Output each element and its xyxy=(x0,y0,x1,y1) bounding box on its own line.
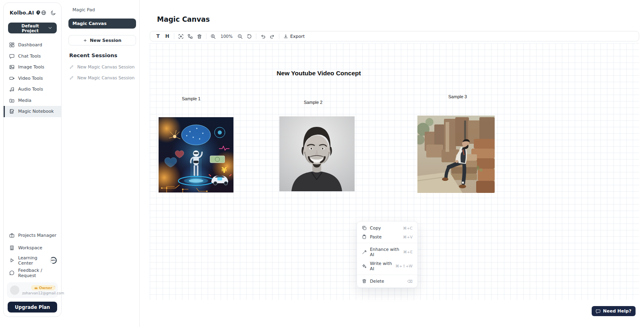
reset-view-button[interactable] xyxy=(245,32,254,40)
menu-item-delete[interactable]: Delete ⌫ xyxy=(357,277,417,286)
write-ai-icon xyxy=(362,264,367,269)
sidebar-nav: Dashboard Chat Tools Image Tools Video T… xyxy=(4,39,61,117)
avatar xyxy=(10,286,19,295)
zoom-out-button[interactable] xyxy=(235,32,245,40)
menu-item-label: Paste xyxy=(370,234,382,240)
svg-text:¥: ¥ xyxy=(221,165,227,175)
ai-select-icon xyxy=(178,34,184,39)
sidebar-item-label: Learning Center xyxy=(18,255,45,266)
undo-button[interactable] xyxy=(258,32,268,40)
sidebar-item-workspace[interactable]: Workspace xyxy=(4,242,61,254)
sidebar-item-label: Media xyxy=(18,98,31,103)
tab-magic-pad[interactable]: Magic Pad xyxy=(68,6,99,14)
sidebar-item-media[interactable]: Media xyxy=(4,95,61,106)
canvas-image-ruins[interactable] xyxy=(417,116,495,193)
canvas-heading-text[interactable]: New Youtube Video Concept xyxy=(277,70,361,77)
menu-shortcut: ⌘+C xyxy=(403,226,413,230)
sidebar-item-label: Audio Tools xyxy=(18,87,43,92)
app-sidebar: Kolbo.AI Default Project Dashboard Chat … xyxy=(3,2,62,317)
audio-tools-icon xyxy=(9,87,14,92)
pencil-icon xyxy=(69,64,74,69)
logo-row: Kolbo.AI xyxy=(4,3,61,16)
sidebar-item-learning-center[interactable]: Learning Center 66% xyxy=(4,254,61,267)
user-info: Owner zoharvan12@gmail.com xyxy=(22,285,64,295)
redo-icon xyxy=(270,34,275,39)
menu-shortcut: ⌘+E xyxy=(403,250,413,254)
theme-icon[interactable] xyxy=(51,10,56,15)
canvas-toolbar: T H 100% Export xyxy=(150,31,639,41)
language-icon[interactable] xyxy=(41,10,46,15)
projects-manager-icon xyxy=(9,233,14,238)
session-item-label: New Magic Canvas Session xyxy=(77,64,134,69)
toolbar-divider xyxy=(279,33,279,39)
upgrade-plan-button[interactable]: Upgrade Plan xyxy=(8,302,57,313)
sample-2-label[interactable]: Sample 2 xyxy=(304,100,322,105)
canvas-image-portrait[interactable] xyxy=(279,116,355,191)
user-card[interactable]: Owner zoharvan12@gmail.com xyxy=(7,282,58,298)
export-button[interactable]: Export xyxy=(283,34,305,39)
pencil-icon xyxy=(69,75,74,80)
learning-center-icon xyxy=(9,258,14,263)
tab-magic-canvas[interactable]: Magic Canvas xyxy=(68,19,136,29)
sidebar-item-magic-notebook[interactable]: Magic Notebook xyxy=(4,106,61,117)
export-label: Export xyxy=(290,34,305,39)
menu-item-copy[interactable]: Copy ⌘+C xyxy=(357,224,417,232)
chevron-up-icon xyxy=(53,285,56,288)
sidebar-item-audio-tools[interactable]: Audio Tools xyxy=(4,84,61,95)
sample-3-label[interactable]: Sample 3 xyxy=(448,94,467,99)
media-icon xyxy=(9,98,14,103)
project-selector-label: Default Project xyxy=(13,23,47,33)
sidebar-item-label: Video Tools xyxy=(18,76,43,81)
workspace-icon xyxy=(9,245,14,250)
sidebar-item-dashboard[interactable]: Dashboard xyxy=(4,39,61,51)
zoom-in-button[interactable] xyxy=(208,32,218,40)
need-help-button[interactable]: Need Help? xyxy=(592,306,636,316)
session-list-item[interactable]: New Magic Canvas Session xyxy=(68,75,134,80)
feedback-icon xyxy=(9,270,14,275)
sidebar-footer: Projects Manager Workspace Learning Cent… xyxy=(4,229,61,317)
sidebar-item-image-tools[interactable]: Image Tools xyxy=(4,62,61,73)
dashboard-icon xyxy=(9,42,14,48)
sidebar-item-label: Dashboard xyxy=(18,42,42,48)
menu-divider xyxy=(357,275,417,275)
menu-item-write-with-ai[interactable]: Write with AI ⌘+⇧+W xyxy=(357,259,417,273)
redo-button[interactable] xyxy=(268,32,277,40)
menu-divider xyxy=(357,243,417,243)
project-selector[interactable]: Default Project xyxy=(8,23,57,33)
text-tool-button[interactable]: T xyxy=(153,32,163,40)
menu-shortcut: ⌘+⇧+W xyxy=(395,264,413,268)
toolbar-divider xyxy=(256,33,256,39)
zoom-out-icon xyxy=(237,34,243,39)
sample-1-label[interactable]: Sample 1 xyxy=(182,96,200,101)
chat-tools-icon xyxy=(9,54,14,59)
menu-item-enhance-with-ai[interactable]: Enhance with AI ⌘+E xyxy=(357,245,417,259)
session-list-item[interactable]: New Magic Canvas Session xyxy=(68,64,134,69)
video-tools-icon xyxy=(9,76,14,81)
delete-tool-button[interactable] xyxy=(195,32,204,40)
new-session-label: New Session xyxy=(90,38,121,43)
menu-item-label: Delete xyxy=(370,279,384,284)
menu-item-label: Write with AI xyxy=(370,261,392,271)
menu-item-paste[interactable]: Paste ⌘+V xyxy=(357,232,417,241)
heading-tool-button[interactable]: H xyxy=(163,32,172,40)
role-badge: Owner xyxy=(31,285,56,290)
brand-logo: Kolbo.AI xyxy=(10,10,34,16)
sidebar-item-video-tools[interactable]: Video Tools xyxy=(4,73,61,84)
canvas-grid[interactable]: New Youtube Video Concept Sample 1 Sampl… xyxy=(150,43,639,300)
role-badge-label: Owner xyxy=(39,286,52,290)
workflow-icon xyxy=(188,34,193,39)
ai-select-tool-button[interactable] xyxy=(176,32,186,40)
export-icon xyxy=(283,34,288,39)
sidebar-item-chat-tools[interactable]: Chat Tools xyxy=(4,51,61,62)
workflow-tool-button[interactable] xyxy=(186,32,195,40)
learning-progress-value: 66% xyxy=(51,258,56,263)
toolbar-divider xyxy=(206,33,206,39)
canvas-image-ai-concept[interactable]: ¥ xyxy=(159,117,233,192)
sidebar-item-projects-manager[interactable]: Projects Manager xyxy=(4,229,61,242)
sidebar-item-feedback[interactable]: Feedback / Request xyxy=(4,267,61,279)
sidebar-item-label: Magic Notebook xyxy=(18,109,54,114)
sidebar-item-label: Workspace xyxy=(18,245,42,250)
need-help-label: Need Help? xyxy=(603,308,632,314)
paste-icon xyxy=(362,234,367,239)
new-session-button[interactable]: New Session xyxy=(68,35,136,46)
